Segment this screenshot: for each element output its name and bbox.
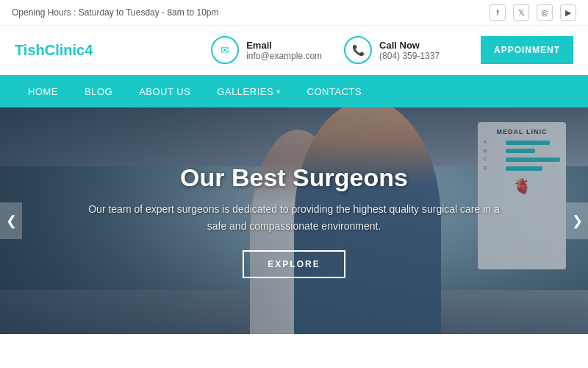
chevron-down-icon: ▾ [276, 88, 281, 96]
hero-arrow-left[interactable]: ❮ [0, 202, 22, 239]
call-value: (804) 359-1337 [379, 51, 440, 61]
phone-details: Call Now (804) 359-1337 [379, 40, 440, 61]
email-label: Email [246, 40, 322, 51]
hero-subtitle: Our team of expert surgeons is dedicated… [88, 201, 500, 234]
twitter-icon[interactable]: 𝕏 [513, 4, 529, 21]
instagram-icon[interactable]: ◎ [537, 4, 553, 21]
social-icons: f 𝕏 ◎ ▶ [490, 4, 576, 21]
hero-content: Our Best Surgeons Our team of expert sur… [0, 107, 588, 334]
logo[interactable]: TishClinic4 [15, 42, 170, 59]
email-contact: ✉ Email info@example.com [211, 36, 322, 64]
nav-about-us[interactable]: ABOUT US [126, 75, 204, 107]
opening-hours: Opening Hours : Saturday to Tuesday - 8a… [12, 7, 218, 18]
call-label: Call Now [379, 40, 440, 51]
nav-blog[interactable]: BLOG [71, 75, 126, 107]
email-value: info@example.com [246, 51, 322, 61]
top-bar: Opening Hours : Saturday to Tuesday - 8a… [0, 0, 588, 26]
galleries-label: GALLERIES [217, 86, 273, 97]
email-details: Email info@example.com [246, 40, 322, 61]
navigation: HOME BLOG ABOUT US GALLERIES ▾ CONTACTS [0, 75, 588, 107]
appointment-button[interactable]: APPOINMENT [481, 36, 573, 64]
facebook-icon[interactable]: f [490, 4, 506, 21]
nav-contacts[interactable]: CONTACTS [294, 75, 376, 107]
nav-home[interactable]: HOME [15, 75, 71, 107]
contact-info: ✉ Email info@example.com 📞 Call Now (804… [170, 36, 481, 64]
header: TishClinic4 ✉ Email info@example.com 📞 C… [0, 26, 588, 75]
nav-galleries[interactable]: GALLERIES ▾ [204, 75, 293, 107]
phone-icon: 📞 [344, 36, 372, 64]
explore-button[interactable]: EXPLORE [243, 250, 345, 278]
hero-title: Our Best Surgeons [180, 163, 408, 192]
youtube-icon[interactable]: ▶ [560, 4, 576, 21]
hero-arrow-right[interactable]: ❯ [566, 202, 588, 239]
email-icon: ✉ [211, 36, 239, 64]
phone-contact: 📞 Call Now (804) 359-1337 [344, 36, 440, 64]
hero-section: MEDAL LINIC A B C D 🫀 Our Best Surgeons … [0, 107, 588, 334]
